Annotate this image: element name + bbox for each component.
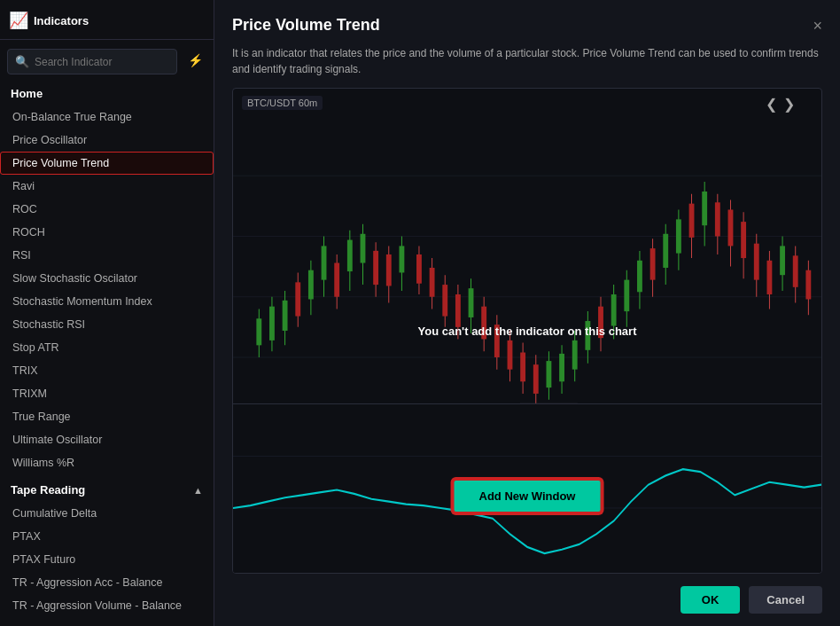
sidebar-header: 📈 Indicators [0, 0, 214, 40]
sidebar: 📈 Indicators 🔍 ⚡ Home On-Balance True Ra… [0, 0, 214, 626]
svg-rect-88 [793, 255, 798, 286]
list-item-cumulative-delta[interactable]: Cumulative Delta [0, 502, 214, 525]
ok-button[interactable]: OK [681, 586, 741, 614]
svg-rect-74 [702, 192, 707, 225]
nav-right-arrow[interactable]: ❯ [783, 96, 795, 113]
home-section-title: Home [0, 80, 214, 106]
svg-rect-44 [508, 340, 513, 370]
svg-rect-12 [295, 282, 300, 316]
svg-rect-84 [766, 261, 772, 294]
svg-rect-46 [520, 353, 525, 382]
list-item-stochastic-rsi[interactable]: Stochastic RSI [0, 313, 214, 336]
list-item-rsi[interactable]: RSI [0, 244, 214, 267]
svg-rect-48 [533, 364, 539, 394]
svg-rect-26 [386, 254, 392, 286]
chart-label: BTC/USDT 60m [242, 96, 323, 110]
chevron-up-icon: ▲ [193, 485, 203, 496]
svg-rect-58 [598, 307, 603, 338]
list-item-trix[interactable]: TRIX [0, 359, 214, 382]
svg-rect-54 [572, 340, 578, 370]
add-new-window-button[interactable]: Add New Window [453, 479, 603, 513]
cancel-button[interactable]: Cancel [749, 586, 822, 614]
tape-reading-title: Tape Reading [11, 483, 85, 497]
svg-rect-6 [256, 318, 261, 345]
svg-rect-56 [585, 321, 590, 350]
list-item-on-balance-true-range[interactable]: On-Balance True Range [0, 106, 214, 129]
candlestick-chart: 46,512.00 [233, 115, 821, 430]
list-item-price-volume-trend[interactable]: Price Volume Trend [0, 152, 214, 175]
list-item-roc[interactable]: ROC [0, 198, 214, 221]
app-title: Indicators [34, 14, 89, 27]
modal-title: Price Volume Trend [232, 16, 380, 35]
svg-rect-62 [624, 280, 629, 311]
list-item-ptax[interactable]: PTAX [0, 525, 214, 548]
indicator-line-area: Add New Window [233, 403, 821, 573]
svg-rect-78 [728, 209, 734, 246]
svg-rect-22 [361, 234, 366, 263]
svg-rect-32 [430, 268, 435, 297]
tape-reading-section[interactable]: Tape Reading ▲ [0, 474, 214, 502]
list-item-stop-atr[interactable]: Stop ATR [0, 336, 214, 359]
search-bar[interactable]: 🔍 [7, 49, 177, 74]
svg-rect-64 [637, 261, 642, 292]
list-item-tr-aggression-vol[interactable]: TR - Aggression Volume - Balance [0, 594, 214, 617]
svg-rect-60 [611, 294, 617, 325]
filter-icon[interactable]: ⚡ [188, 53, 203, 67]
svg-rect-40 [481, 307, 486, 340]
modal-title-bar: Price Volume Trend × [214, 0, 840, 45]
list-item-true-range[interactable]: True Range [0, 405, 214, 428]
close-button[interactable]: × [813, 18, 822, 34]
modal-overlay: 📈 Indicators 🔍 ⚡ Home On-Balance True Ra… [0, 0, 840, 626]
main-modal: Price Volume Trend × It is an indicator … [214, 0, 840, 626]
chart-container: BTC/USDT 60m ❯ ❮ $1,000.00 [232, 88, 822, 574]
modal-footer: OK Cancel [214, 574, 840, 626]
app-icon: 📈 [9, 11, 28, 30]
svg-rect-82 [754, 244, 759, 280]
svg-rect-86 [780, 246, 785, 275]
svg-rect-68 [663, 234, 668, 268]
svg-rect-80 [741, 222, 746, 258]
svg-rect-38 [469, 288, 474, 317]
list-item-williams-r[interactable]: Williams %R [0, 451, 214, 474]
modal-description: It is an indicator that relates the pric… [214, 45, 840, 88]
list-item-roch[interactable]: ROCH [0, 221, 214, 244]
svg-rect-66 [650, 248, 656, 279]
list-item-trixm[interactable]: TRIXM [0, 382, 214, 405]
list-item-slow-stochastic[interactable]: Slow Stochastic Oscilator [0, 267, 214, 290]
nav-left-arrow[interactable]: ❮ [766, 96, 777, 113]
list-item-stochastic-momentum[interactable]: Stochastic Momentum Index [0, 290, 214, 313]
svg-rect-70 [676, 219, 681, 253]
svg-rect-34 [442, 285, 447, 316]
add-window-button-wrap: Add New Window [453, 479, 603, 513]
list-item-ultimate-oscillator[interactable]: Ultimate Oscillator [0, 428, 214, 451]
svg-rect-16 [322, 246, 327, 279]
svg-rect-30 [416, 254, 422, 284]
svg-rect-20 [347, 240, 353, 271]
list-item-ptax-futuro[interactable]: PTAX Futuro [0, 548, 214, 571]
list-item-ravi[interactable]: Ravi [0, 175, 214, 198]
svg-rect-10 [283, 301, 288, 331]
svg-rect-50 [546, 361, 551, 387]
svg-rect-72 [689, 204, 695, 238]
svg-rect-18 [334, 263, 339, 297]
svg-rect-42 [494, 325, 500, 357]
sidebar-list: On-Balance True Range Price Oscillator P… [0, 106, 214, 626]
search-input[interactable] [35, 56, 169, 68]
list-item-price-oscillator[interactable]: Price Oscillator [0, 129, 214, 152]
search-icon: 🔍 [15, 55, 29, 68]
svg-rect-24 [373, 251, 378, 285]
svg-rect-52 [559, 354, 564, 381]
svg-rect-8 [269, 307, 275, 340]
svg-rect-14 [308, 270, 314, 300]
svg-rect-36 [455, 294, 461, 327]
svg-rect-28 [399, 246, 404, 272]
svg-rect-90 [805, 270, 811, 300]
list-item-tr-aggression-acc[interactable]: TR - Aggression Acc - Balance [0, 571, 214, 594]
svg-rect-76 [715, 202, 720, 236]
